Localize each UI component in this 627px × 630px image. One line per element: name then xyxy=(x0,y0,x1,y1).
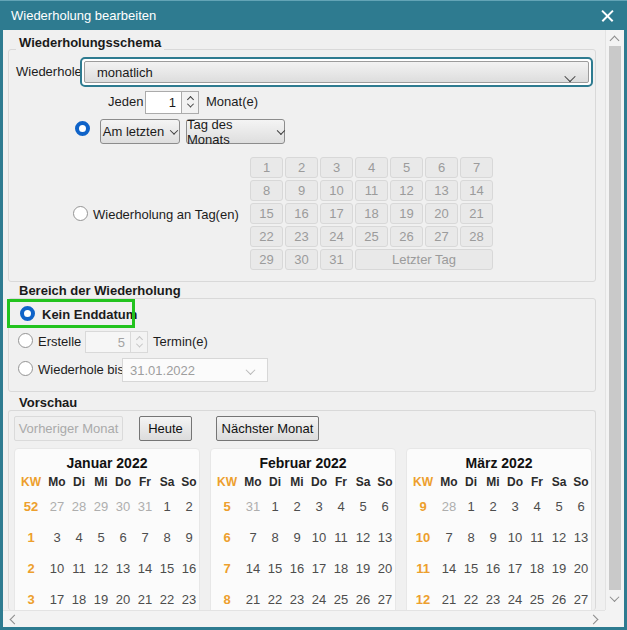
calendar-day[interactable]: 13 xyxy=(112,561,134,576)
calendar-day[interactable]: 16 xyxy=(286,561,308,576)
calendar-day[interactable]: 28 xyxy=(438,499,460,514)
calendar-day[interactable]: 5 xyxy=(90,530,112,545)
today-button[interactable]: Heute xyxy=(139,416,192,441)
calendar-day[interactable]: 8 xyxy=(156,530,178,545)
calendar-day[interactable]: 3 xyxy=(308,499,330,514)
calendar-day[interactable]: 16 xyxy=(482,561,504,576)
calendar-day[interactable]: 9 xyxy=(482,530,504,545)
next-month-button[interactable]: Nächster Monat xyxy=(216,416,319,441)
monthly-position-radio[interactable] xyxy=(75,121,90,136)
calendar-day[interactable]: 5 xyxy=(548,499,570,514)
calendar-day[interactable]: 25 xyxy=(330,592,352,607)
calendar-day[interactable]: 30 xyxy=(112,499,134,514)
weekday-dropdown[interactable]: Tag des Monats xyxy=(186,119,285,144)
calendar-day[interactable]: 13 xyxy=(570,530,592,545)
calendar-day[interactable]: 21 xyxy=(438,592,460,607)
interval-spin-buttons[interactable] xyxy=(182,91,199,114)
calendar-day[interactable]: 7 xyxy=(438,530,460,545)
calendar-day[interactable]: 21 xyxy=(242,592,264,607)
calendar-day[interactable]: 31 xyxy=(242,499,264,514)
calendar-day[interactable]: 29 xyxy=(90,499,112,514)
calendar-day[interactable]: 11 xyxy=(68,561,90,576)
calendar-day[interactable]: 7 xyxy=(242,530,264,545)
calendar-day[interactable]: 17 xyxy=(504,561,526,576)
calendar-day[interactable]: 14 xyxy=(242,561,264,576)
calendar-day[interactable]: 2 xyxy=(482,499,504,514)
calendar-day[interactable]: 21 xyxy=(134,592,156,607)
calendar-day[interactable]: 24 xyxy=(504,592,526,607)
end-by-date-radio[interactable] xyxy=(18,361,33,376)
calendar-day[interactable]: 6 xyxy=(112,530,134,545)
calendar-day[interactable]: 14 xyxy=(134,561,156,576)
calendar-day[interactable]: 19 xyxy=(352,561,374,576)
calendar-day[interactable]: 23 xyxy=(482,592,504,607)
calendar-day[interactable]: 1 xyxy=(264,499,286,514)
calendar-day[interactable]: 4 xyxy=(330,499,352,514)
calendar-day[interactable]: 27 xyxy=(374,592,396,607)
calendar-day[interactable]: 12 xyxy=(90,561,112,576)
calendar-day[interactable]: 13 xyxy=(374,530,396,545)
calendar-day[interactable]: 5 xyxy=(352,499,374,514)
close-button[interactable] xyxy=(594,5,620,27)
interval-spinbox[interactable]: 1 xyxy=(145,91,182,114)
ordinal-dropdown[interactable]: Am letzten xyxy=(100,119,180,144)
calendar-day[interactable]: 12 xyxy=(352,530,374,545)
calendar-day[interactable]: 1 xyxy=(460,499,482,514)
calendar-day[interactable]: 10 xyxy=(308,530,330,545)
calendar-day[interactable]: 22 xyxy=(156,592,178,607)
calendar-day[interactable]: 20 xyxy=(374,561,396,576)
calendar-day[interactable]: 8 xyxy=(264,530,286,545)
calendar-day[interactable]: 3 xyxy=(504,499,526,514)
calendar-day[interactable]: 3 xyxy=(46,530,68,545)
calendar-day[interactable]: 2 xyxy=(286,499,308,514)
calendar-day[interactable]: 20 xyxy=(570,561,592,576)
calendar-day[interactable]: 17 xyxy=(308,561,330,576)
calendar-day[interactable]: 22 xyxy=(460,592,482,607)
calendar-day[interactable]: 26 xyxy=(548,592,570,607)
calendar-day[interactable]: 23 xyxy=(286,592,308,607)
calendar-day[interactable]: 28 xyxy=(68,499,90,514)
calendar-day[interactable]: 16 xyxy=(178,561,200,576)
calendar-day[interactable]: 8 xyxy=(460,530,482,545)
calendar-day[interactable]: 18 xyxy=(330,561,352,576)
frequency-combobox[interactable]: monatlich xyxy=(80,57,593,87)
calendar-day[interactable]: 27 xyxy=(570,592,592,607)
calendar-day[interactable]: 24 xyxy=(308,592,330,607)
vertical-scrollbar[interactable] xyxy=(605,30,624,610)
calendar-day[interactable]: 18 xyxy=(68,592,90,607)
calendar-day[interactable]: 4 xyxy=(526,499,548,514)
calendar-day[interactable]: 25 xyxy=(526,592,548,607)
calendar-day[interactable]: 4 xyxy=(68,530,90,545)
calendar-day[interactable]: 11 xyxy=(330,530,352,545)
calendar-day[interactable]: 10 xyxy=(504,530,526,545)
days-of-month-radio[interactable] xyxy=(73,206,88,221)
calendar-day[interactable]: 23 xyxy=(178,592,200,607)
calendar-day[interactable]: 6 xyxy=(570,499,592,514)
vertical-scrollbar-thumb[interactable] xyxy=(609,46,621,590)
calendar-day[interactable]: 15 xyxy=(156,561,178,576)
calendar-day[interactable]: 19 xyxy=(90,592,112,607)
week-number: 8 xyxy=(212,592,242,607)
calendar-day[interactable]: 6 xyxy=(374,499,396,514)
calendar-day[interactable]: 17 xyxy=(46,592,68,607)
calendar-day[interactable]: 1 xyxy=(156,499,178,514)
calendar-day[interactable]: 26 xyxy=(352,592,374,607)
calendar-day[interactable]: 20 xyxy=(112,592,134,607)
calendar-day[interactable]: 9 xyxy=(286,530,308,545)
calendar-day[interactable]: 15 xyxy=(264,561,286,576)
calendar-day[interactable]: 12 xyxy=(548,530,570,545)
end-after-count-radio[interactable] xyxy=(18,333,33,348)
calendar-day[interactable]: 31 xyxy=(134,499,156,514)
calendar-day[interactable]: 9 xyxy=(178,530,200,545)
horizontal-scrollbar[interactable] xyxy=(3,610,605,627)
calendar-day[interactable]: 11 xyxy=(526,530,548,545)
calendar-day[interactable]: 14 xyxy=(438,561,460,576)
calendar-day[interactable]: 22 xyxy=(264,592,286,607)
calendar-day[interactable]: 18 xyxy=(526,561,548,576)
calendar-day[interactable]: 7 xyxy=(134,530,156,545)
calendar-day[interactable]: 10 xyxy=(46,561,68,576)
calendar-day[interactable]: 19 xyxy=(548,561,570,576)
calendar-day[interactable]: 15 xyxy=(460,561,482,576)
calendar-day[interactable]: 27 xyxy=(46,499,68,514)
calendar-day[interactable]: 2 xyxy=(178,499,200,514)
